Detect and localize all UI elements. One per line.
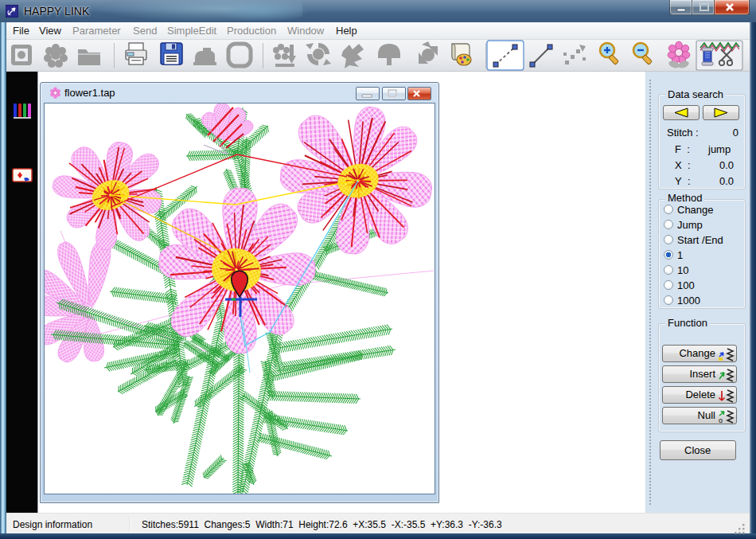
svg-text:o: o (719, 416, 723, 424)
